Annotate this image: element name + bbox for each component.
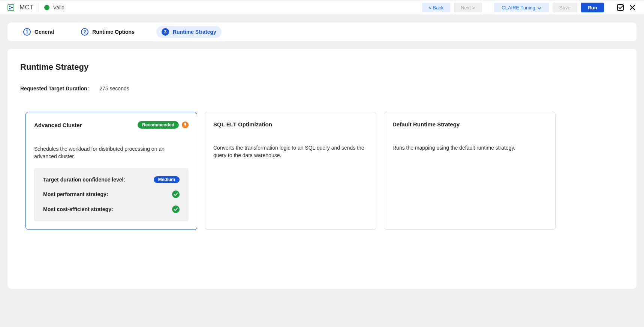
next-button: Next > <box>454 3 482 12</box>
step-number: 2 <box>81 28 88 36</box>
svg-point-9 <box>172 206 180 213</box>
top-bar-left: MCT Valid <box>7 3 64 12</box>
svg-rect-2 <box>9 8 10 9</box>
card-details: Target duration confidence level: Medium… <box>34 168 189 221</box>
card-description: Runs the mapping using the default runti… <box>392 144 547 152</box>
step-runtime-options[interactable]: 2 Runtime Options <box>76 26 140 38</box>
detail-label: Target duration confidence level: <box>43 177 125 183</box>
recommended-badge: Recommended <box>138 121 179 129</box>
step-label: Runtime Options <box>92 29 135 35</box>
step-runtime-strategy[interactable]: 3 Runtime Strategy <box>156 26 222 38</box>
status-label: Valid <box>53 4 64 10</box>
detail-label: Most cost-efficient strategy: <box>43 206 113 212</box>
card-header: SQL ELT Optimization <box>213 121 368 128</box>
card-title: Default Runtime Strategy <box>392 121 460 128</box>
lightbulb-icon <box>182 122 189 128</box>
requested-duration-value: 275 seconds <box>99 86 129 92</box>
svg-point-8 <box>172 190 180 198</box>
svg-rect-0 <box>8 4 14 10</box>
divider <box>39 3 39 12</box>
step-label: Runtime Strategy <box>173 29 216 35</box>
check-circle-icon <box>172 206 180 213</box>
run-button[interactable]: Run <box>581 3 604 12</box>
step-number: 1 <box>23 28 31 36</box>
back-button[interactable]: < Back <box>422 3 450 12</box>
page-title: Runtime Strategy <box>20 62 624 72</box>
card-header-right: Recommended <box>138 121 189 129</box>
chevron-down-icon <box>538 5 541 10</box>
svg-rect-7 <box>185 126 186 127</box>
svg-rect-3 <box>11 7 13 8</box>
checklist-icon[interactable] <box>616 3 625 12</box>
claire-tuning-label: CLAIRE Tuning <box>502 5 535 10</box>
top-bar-right: < Back Next > CLAIRE Tuning Save Run <box>422 3 637 12</box>
close-icon[interactable] <box>628 3 637 12</box>
step-number: 3 <box>162 28 169 36</box>
status-dot-icon <box>44 5 49 10</box>
save-button: Save <box>553 3 577 12</box>
detail-row-performant: Most performant strategy: <box>43 187 180 202</box>
requested-duration-label: Requested Target Duration: <box>20 86 89 92</box>
requested-duration-row: Requested Target Duration: 275 seconds <box>20 86 624 92</box>
svg-rect-1 <box>9 6 10 7</box>
check-circle-icon <box>172 190 180 198</box>
status-group: Valid <box>44 4 64 10</box>
card-advanced-cluster[interactable]: Advanced Cluster Recommended Schedules t… <box>25 112 197 230</box>
card-default-strategy[interactable]: Default Runtime Strategy Runs the mappin… <box>384 112 556 230</box>
step-general[interactable]: 1 General <box>18 26 59 38</box>
divider <box>488 3 488 12</box>
page-object-title: MCT <box>19 4 33 11</box>
card-description: Schedules the workload for distributed p… <box>34 145 189 160</box>
detail-row-confidence: Target duration confidence level: Medium <box>43 172 180 187</box>
confidence-badge: Medium <box>154 176 180 183</box>
card-title: Advanced Cluster <box>34 122 82 128</box>
card-description: Converts the transformation logic to an … <box>213 144 368 159</box>
wizard-steps: 1 General 2 Runtime Options 3 Runtime St… <box>7 22 637 41</box>
svg-rect-6 <box>185 126 186 126</box>
claire-tuning-dropdown[interactable]: CLAIRE Tuning <box>494 3 549 12</box>
step-label: General <box>34 29 54 35</box>
card-title: SQL ELT Optimization <box>213 121 272 128</box>
strategy-cards: Advanced Cluster Recommended Schedules t… <box>20 112 624 230</box>
detail-row-cost: Most cost-efficient strategy: <box>43 202 180 217</box>
top-bar: MCT Valid < Back Next > CLAIRE Tuning Sa… <box>0 0 644 15</box>
mapping-icon <box>7 4 14 11</box>
divider <box>610 3 610 12</box>
content-panel: Runtime Strategy Requested Target Durati… <box>7 49 637 289</box>
card-header: Default Runtime Strategy <box>392 121 547 128</box>
detail-label: Most performant strategy: <box>43 191 108 197</box>
card-sql-elt[interactable]: SQL ELT Optimization Converts the transf… <box>205 112 376 230</box>
svg-rect-4 <box>617 4 623 10</box>
card-header: Advanced Cluster Recommended <box>34 121 189 129</box>
